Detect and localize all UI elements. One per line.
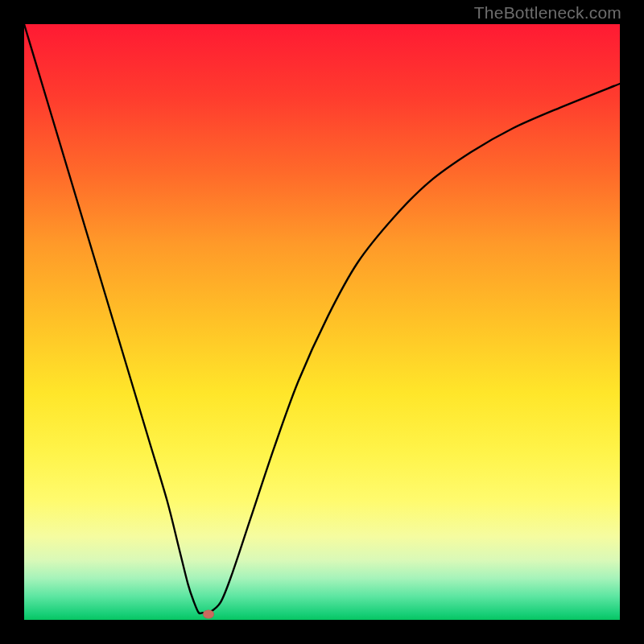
curve-svg xyxy=(24,24,620,620)
bottleneck-curve-path xyxy=(24,24,620,613)
minimum-marker xyxy=(203,610,214,619)
chart-stage: TheBottleneck.com xyxy=(0,0,644,644)
watermark-text: TheBottleneck.com xyxy=(474,3,621,23)
